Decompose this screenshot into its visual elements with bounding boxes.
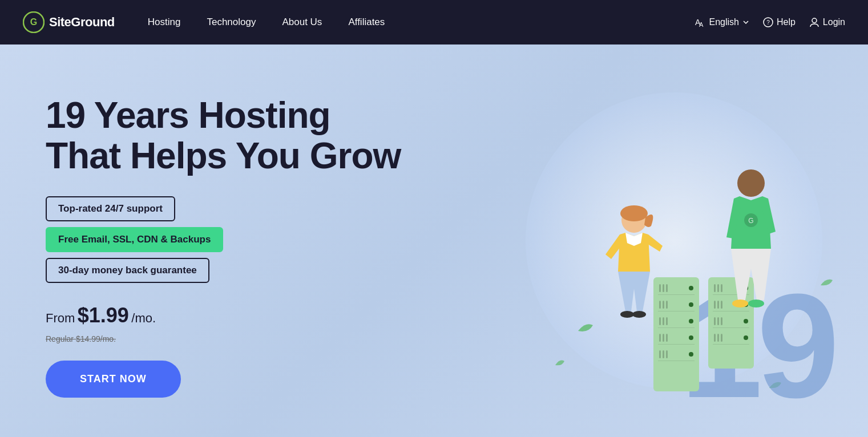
logo-icon: G xyxy=(23,11,45,33)
hero-content: 19 Years Hosting That Helps You Grow Top… xyxy=(46,95,401,398)
leaf-decoration-1 xyxy=(577,321,594,334)
svg-point-6 xyxy=(812,18,817,23)
nav-hosting[interactable]: Hosting xyxy=(138,12,191,33)
svg-text:?: ? xyxy=(766,19,770,26)
svg-text:G: G xyxy=(30,17,37,27)
start-now-button[interactable]: START NOW xyxy=(46,361,181,398)
pricing-display: From $1.99 /mo. xyxy=(46,304,401,327)
svg-point-11 xyxy=(737,169,765,197)
nav-technology[interactable]: Technology xyxy=(196,12,266,33)
language-selector[interactable]: A A English xyxy=(694,17,749,28)
regular-label: Regular xyxy=(46,334,76,343)
help-label: Help xyxy=(777,17,796,27)
logo[interactable]: G SiteGround xyxy=(23,11,115,33)
regular-price: $14.99/mo. xyxy=(76,334,116,343)
chevron-down-icon xyxy=(742,19,749,26)
pricing-regular: Regular $14.99/mo. xyxy=(46,334,401,343)
feature-badges: Top-rated 24/7 support Free Email, SSL, … xyxy=(46,196,401,283)
brand-name: SiteGround xyxy=(49,15,115,30)
login-label: Login xyxy=(823,17,845,27)
svg-text:A: A xyxy=(699,21,704,28)
person-man-illustration: G xyxy=(714,163,788,323)
svg-point-10 xyxy=(632,311,646,318)
pricing-suffix: /mo. xyxy=(131,311,156,325)
hero-section: 19 Years Hosting That Helps You Grow Top… xyxy=(0,44,868,437)
nav-links: Hosting Technology About Us Affiliates xyxy=(138,12,695,33)
pricing-from-label: From xyxy=(46,311,75,325)
badge-free: Free Email, SSL, CDN & Backups xyxy=(46,227,223,252)
svg-point-8 xyxy=(620,205,648,221)
language-label: English xyxy=(709,17,738,27)
svg-point-15 xyxy=(748,300,764,307)
hero-title-line2: That Helps You Grow xyxy=(46,135,401,176)
svg-text:G: G xyxy=(748,217,753,225)
help-link[interactable]: ? Help xyxy=(763,17,796,27)
nav-right: A A English ? Help Login xyxy=(694,17,845,28)
hero-title-line1: 19 Years Hosting xyxy=(46,95,330,136)
badge-support: Top-rated 24/7 support xyxy=(46,196,175,221)
user-icon xyxy=(809,17,819,27)
pricing-price: $1.99 xyxy=(78,304,129,327)
badge-guarantee: 30-day money back guarantee xyxy=(46,258,209,283)
nav-affiliates[interactable]: Affiliates xyxy=(338,12,395,33)
svg-point-14 xyxy=(732,300,748,307)
hero-title: 19 Years Hosting That Helps You Grow xyxy=(46,95,401,176)
translate-icon: A A xyxy=(694,17,705,28)
leaf-decoration-4 xyxy=(554,358,566,369)
help-icon: ? xyxy=(763,17,773,27)
hero-illustration: 19 xyxy=(469,44,868,437)
svg-point-9 xyxy=(620,311,634,318)
login-link[interactable]: Login xyxy=(809,17,845,27)
nav-about[interactable]: About Us xyxy=(272,12,332,33)
navbar: G SiteGround Hosting Technology About Us… xyxy=(0,0,868,44)
person-woman-illustration xyxy=(594,197,674,346)
